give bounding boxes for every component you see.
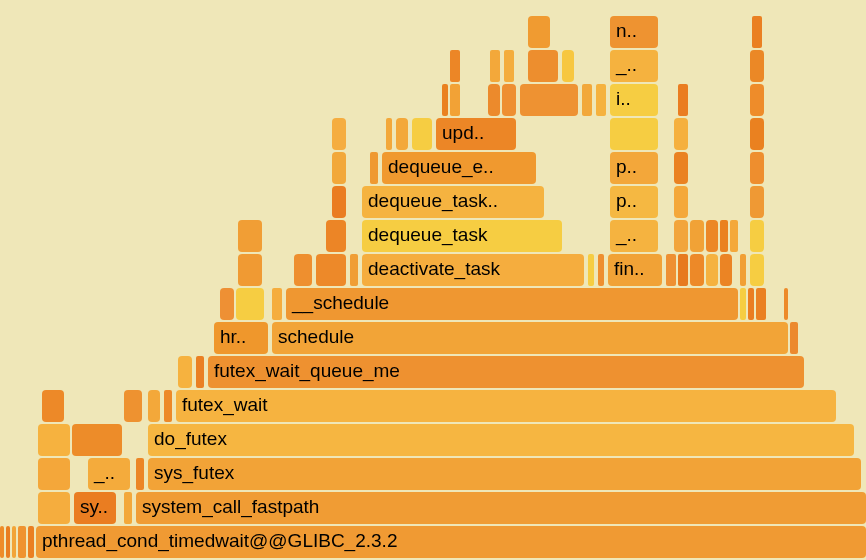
flame-frame[interactable] — [238, 220, 262, 252]
flame-frame[interactable] — [674, 118, 688, 150]
flame-frame[interactable] — [610, 118, 658, 150]
flame-frame[interactable]: futex_wait — [176, 390, 836, 422]
flame-frame[interactable] — [502, 84, 516, 116]
flame-frame[interactable] — [706, 254, 718, 286]
flame-frame[interactable] — [674, 186, 688, 218]
flame-frame[interactable] — [148, 390, 160, 422]
flame-frame[interactable] — [520, 84, 578, 116]
flame-frame[interactable] — [124, 492, 132, 524]
flame-frame[interactable] — [220, 288, 234, 320]
flame-frame[interactable] — [294, 254, 312, 286]
flame-frame[interactable] — [236, 288, 264, 320]
flame-frame[interactable] — [678, 84, 688, 116]
flame-frame[interactable] — [528, 50, 558, 82]
flame-frame[interactable] — [588, 254, 594, 286]
flame-frame[interactable] — [674, 220, 688, 252]
flame-frame[interactable]: do_futex — [148, 424, 854, 456]
flame-frame[interactable] — [42, 390, 64, 422]
flame-frame[interactable] — [370, 152, 378, 184]
flame-frame[interactable]: _.. — [610, 220, 658, 252]
flame-frame[interactable]: futex_wait_queue_me — [208, 356, 804, 388]
flame-frame[interactable]: sy.. — [74, 492, 116, 524]
flame-frame[interactable] — [750, 152, 764, 184]
flame-frame[interactable] — [196, 356, 204, 388]
flame-frame[interactable] — [6, 526, 10, 558]
flame-frame[interactable] — [18, 526, 26, 558]
flame-frame[interactable] — [750, 220, 764, 252]
flame-frame[interactable] — [332, 186, 346, 218]
flame-frame[interactable]: p.. — [610, 186, 658, 218]
flame-frame[interactable]: dequeue_e.. — [382, 152, 536, 184]
flame-frame[interactable] — [72, 424, 122, 456]
flame-frame[interactable] — [582, 84, 592, 116]
flame-frame[interactable] — [326, 220, 346, 252]
flame-frame[interactable] — [740, 288, 746, 320]
flame-frame[interactable] — [178, 356, 192, 388]
flame-frame[interactable] — [720, 254, 732, 286]
flame-frame[interactable]: fin.. — [608, 254, 662, 286]
flame-frame[interactable] — [752, 16, 762, 48]
flame-frame[interactable]: deactivate_task — [362, 254, 584, 286]
flame-frame[interactable] — [488, 84, 500, 116]
flame-frame[interactable] — [730, 220, 738, 252]
flame-frame[interactable] — [28, 526, 34, 558]
flame-frame[interactable]: dequeue_task.. — [362, 186, 544, 218]
flame-frame[interactable] — [562, 50, 574, 82]
flame-frame[interactable] — [666, 254, 676, 286]
flame-frame[interactable] — [450, 50, 460, 82]
flame-frame[interactable] — [238, 254, 262, 286]
flame-frame[interactable]: dequeue_task — [362, 220, 562, 252]
flame-frame[interactable] — [272, 288, 282, 320]
flame-frame[interactable] — [750, 84, 764, 116]
flame-frame[interactable]: _.. — [88, 458, 130, 490]
flame-frame[interactable]: n.. — [610, 16, 658, 48]
flame-frame[interactable] — [790, 322, 798, 354]
flame-frame[interactable] — [750, 50, 764, 82]
flame-frame[interactable] — [396, 118, 408, 150]
flame-frame[interactable] — [12, 526, 16, 558]
flame-frame[interactable] — [720, 220, 728, 252]
flame-frame[interactable] — [706, 220, 718, 252]
flame-frame[interactable]: system_call_fastpath — [136, 492, 866, 524]
flame-frame[interactable] — [690, 220, 704, 252]
flame-frame[interactable]: i.. — [610, 84, 658, 116]
flame-frame[interactable] — [38, 492, 70, 524]
flame-frame[interactable] — [528, 16, 550, 48]
flame-frame[interactable]: p.. — [610, 152, 658, 184]
flame-frame[interactable] — [38, 424, 70, 456]
flame-frame[interactable]: __schedule — [286, 288, 738, 320]
flame-frame[interactable] — [442, 84, 448, 116]
flame-frame[interactable] — [756, 288, 766, 320]
flame-frame[interactable] — [740, 254, 746, 286]
flame-frame[interactable] — [748, 288, 754, 320]
flame-frame[interactable] — [136, 458, 144, 490]
flame-frame[interactable]: pthread_cond_timedwait@@GLIBC_2.3.2 — [36, 526, 866, 558]
flame-frame[interactable]: sys_futex — [148, 458, 861, 490]
flame-frame[interactable] — [678, 254, 688, 286]
flame-frame[interactable] — [690, 254, 704, 286]
flame-frame[interactable] — [164, 390, 172, 422]
flame-frame[interactable] — [450, 84, 460, 116]
flame-frame[interactable] — [784, 288, 788, 320]
flame-frame[interactable] — [750, 186, 764, 218]
flame-frame[interactable]: upd.. — [436, 118, 516, 150]
flame-frame[interactable] — [0, 526, 4, 558]
flame-frame[interactable]: hr.. — [214, 322, 268, 354]
flame-frame[interactable] — [316, 254, 346, 286]
flame-frame[interactable]: _.. — [610, 50, 658, 82]
flame-frame[interactable] — [596, 84, 606, 116]
flame-frame[interactable] — [350, 254, 358, 286]
flame-frame[interactable] — [332, 118, 346, 150]
flame-frame[interactable] — [332, 152, 346, 184]
flame-frame[interactable] — [750, 118, 764, 150]
flame-frame[interactable] — [124, 390, 142, 422]
flame-frame[interactable] — [598, 254, 604, 286]
flame-frame[interactable] — [504, 50, 514, 82]
flame-frame[interactable] — [412, 118, 432, 150]
flame-frame[interactable] — [674, 152, 688, 184]
flame-frame[interactable]: schedule — [272, 322, 788, 354]
flame-frame[interactable] — [750, 254, 764, 286]
flame-frame[interactable] — [38, 458, 70, 490]
flame-frame[interactable] — [490, 50, 500, 82]
flame-frame[interactable] — [386, 118, 392, 150]
